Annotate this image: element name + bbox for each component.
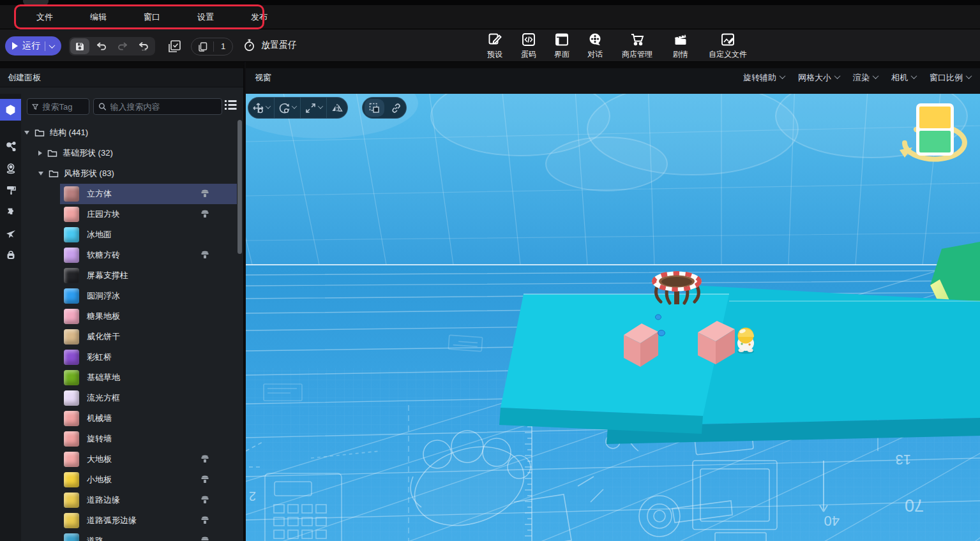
asset-list-item[interactable]: 基础草地: [60, 367, 237, 388]
rotate-tool[interactable]: [275, 98, 301, 118]
caret-right-icon[interactable]: [38, 151, 42, 156]
scene-canvas[interactable]: 70 40 13 2: [246, 94, 980, 541]
marquee-select-tool[interactable]: [365, 99, 384, 117]
redo-button[interactable]: [112, 38, 133, 54]
action-ui[interactable]: 界面: [545, 31, 578, 60]
rail-spawn[interactable]: [0, 158, 21, 179]
asset-label: 道路边缘: [87, 494, 200, 506]
rotate-assist-dropdown[interactable]: 旋转辅助: [743, 72, 785, 84]
rail-models[interactable]: [0, 99, 21, 121]
paint-brush-icon[interactable]: [200, 209, 209, 220]
asset-list-item[interactable]: 道路: [60, 531, 237, 541]
asset-list-item[interactable]: 小地板: [60, 470, 237, 490]
render-dropdown[interactable]: 渲染: [853, 72, 878, 84]
multi-select-button[interactable]: [165, 38, 183, 56]
asset-thumbnail: [64, 472, 79, 487]
menu-file[interactable]: 文件: [18, 11, 72, 23]
search-field[interactable]: [110, 102, 217, 112]
toy-plane-icon: [5, 228, 17, 239]
asset-list-item[interactable]: 道路弧形边缘: [60, 510, 237, 531]
asset-list-item[interactable]: 糖果地板: [60, 306, 237, 327]
asset-list-item[interactable]: 道路边缘: [60, 490, 237, 510]
action-shop[interactable]: 商店管理: [612, 31, 663, 60]
run-label: 运行: [22, 40, 40, 52]
paint-brush-icon[interactable]: [200, 494, 209, 506]
asset-list-item[interactable]: 大地板: [60, 449, 237, 470]
paint-brush-icon[interactable]: [200, 454, 209, 465]
caret-down-icon[interactable]: [38, 172, 43, 175]
rail-backpack[interactable]: [0, 244, 21, 266]
action-dialog[interactable]: 对话: [578, 31, 612, 60]
asset-thumbnail: [64, 513, 79, 528]
rail-components[interactable]: [0, 201, 21, 223]
marquee-select-icon: [368, 102, 381, 114]
run-button[interactable]: 运行: [5, 36, 61, 56]
place-egg-control[interactable]: 放置蛋仔: [243, 39, 297, 52]
tree-node-style-shapes[interactable]: 风格形状 (83): [38, 163, 114, 183]
tag-filter-field[interactable]: [42, 102, 84, 112]
menu-edit[interactable]: 编辑: [72, 11, 125, 23]
asset-list-item[interactable]: 立方体: [60, 184, 237, 204]
paint-brush-icon[interactable]: [200, 535, 209, 541]
redo-icon: [117, 41, 128, 52]
custom-file-icon: [720, 31, 736, 48]
panel-scrollbar[interactable]: [237, 120, 242, 254]
paint-brush-icon[interactable]: [200, 188, 209, 200]
chevron-down-icon[interactable]: [318, 103, 323, 108]
camera-dropdown[interactable]: 相机: [891, 72, 916, 84]
list-view-toggle[interactable]: [225, 100, 237, 113]
tree-node-structure[interactable]: 结构 (441): [24, 122, 88, 142]
copy-counter[interactable]: 1: [191, 38, 233, 56]
save-button[interactable]: [70, 38, 89, 54]
eggy-character[interactable]: [737, 328, 754, 354]
asset-list-item[interactable]: 威化饼干: [60, 327, 237, 347]
chevron-down-icon[interactable]: [49, 42, 56, 48]
asset-list-item[interactable]: 庄园方块: [60, 204, 237, 225]
chevron-down-icon[interactable]: [266, 103, 271, 108]
asset-list-item[interactable]: 软糖方砖: [60, 245, 237, 265]
menu-settings[interactable]: 设置: [179, 11, 232, 23]
action-preset[interactable]: 预设: [478, 31, 512, 60]
rail-logic[interactable]: [0, 136, 21, 158]
action-custom-file[interactable]: 自定义文件: [698, 31, 757, 60]
rail-gadgets[interactable]: [0, 223, 21, 244]
scale-tool[interactable]: [301, 98, 327, 118]
mirror-tool[interactable]: [327, 98, 347, 118]
tree-label: 基础形状 (32): [63, 147, 113, 159]
asset-list-item[interactable]: 流光方框: [60, 388, 237, 408]
asset-list-item[interactable]: 屏幕支撑柱: [60, 265, 237, 286]
chevron-down-icon[interactable]: [292, 103, 297, 108]
asset-list-item[interactable]: 圆洞浮冰: [60, 286, 237, 306]
viewport-header: 视窗 旋转辅助 网格大小 渲染 相机 窗口比例: [246, 68, 980, 87]
paint-brush-icon[interactable]: [200, 515, 209, 526]
tree-node-basic-shapes[interactable]: 基础形状 (32): [38, 143, 113, 163]
link-tool[interactable]: [386, 98, 406, 118]
menu-publish[interactable]: 发布: [232, 11, 286, 23]
paint-brush-icon[interactable]: [200, 249, 209, 261]
asset-list-item[interactable]: 机械墙: [60, 408, 237, 429]
cyan-platform[interactable]: [499, 285, 980, 444]
action-story[interactable]: 剧情: [663, 31, 698, 60]
asset-thumbnail: [64, 390, 79, 406]
play-icon: [12, 42, 18, 50]
search-input[interactable]: [93, 98, 222, 115]
stopwatch-icon: [243, 39, 255, 52]
asset-label: 屏幕支撑柱: [87, 270, 200, 281]
asset-list-item[interactable]: 旋转墙: [60, 429, 237, 449]
prefab-cube-icon: [4, 104, 17, 116]
menu-window[interactable]: 窗口: [125, 11, 179, 23]
aspect-ratio-dropdown[interactable]: 窗口比例: [930, 72, 971, 84]
undo-history-button[interactable]: [133, 38, 154, 54]
scene-3d[interactable]: 70 40 13 2: [246, 94, 980, 541]
caret-down-icon[interactable]: [24, 131, 29, 135]
asset-list-item[interactable]: 冰地面: [60, 225, 237, 245]
action-egg-code[interactable]: 蛋码: [512, 31, 545, 60]
tag-filter-input[interactable]: [27, 98, 89, 115]
rail-paint[interactable]: [0, 179, 21, 201]
tree-label: 结构 (441): [50, 127, 88, 138]
paint-brush-icon[interactable]: [200, 474, 209, 485]
asset-list-item[interactable]: 彩虹桥: [60, 347, 237, 367]
move-tool[interactable]: [248, 98, 275, 118]
grid-size-dropdown[interactable]: 网格大小: [798, 72, 840, 84]
undo-button[interactable]: [91, 38, 112, 54]
